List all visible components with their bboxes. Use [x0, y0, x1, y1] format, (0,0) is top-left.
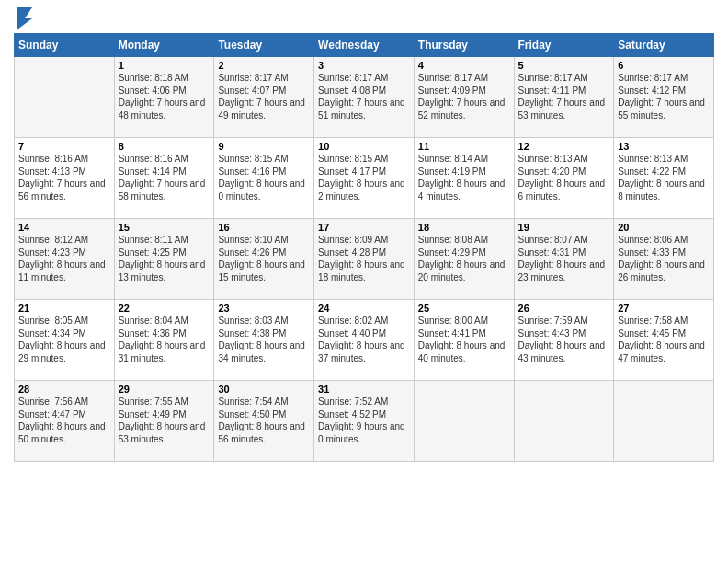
calendar-cell — [414, 381, 514, 462]
day-info: Sunrise: 8:05 AMSunset: 4:34 PMDaylight:… — [18, 315, 110, 364]
col-header-wednesday: Wednesday — [314, 34, 415, 57]
week-row-2: 7Sunrise: 8:16 AMSunset: 4:13 PMDaylight… — [15, 138, 714, 219]
day-info: Sunrise: 8:03 AMSunset: 4:38 PMDaylight:… — [218, 315, 310, 364]
calendar-table: SundayMondayTuesdayWednesdayThursdayFrid… — [14, 33, 714, 462]
logo-icon — [16, 7, 34, 31]
day-number: 26 — [518, 303, 610, 314]
calendar-cell: 29Sunrise: 7:55 AMSunset: 4:49 PMDayligh… — [114, 381, 214, 462]
day-number: 30 — [218, 384, 310, 395]
day-number: 2 — [218, 60, 310, 71]
day-info: Sunrise: 8:09 AMSunset: 4:28 PMDaylight:… — [318, 234, 410, 283]
day-info: Sunrise: 7:58 AMSunset: 4:45 PMDaylight:… — [618, 315, 710, 364]
day-number: 15 — [119, 222, 210, 233]
day-info: Sunrise: 7:55 AMSunset: 4:49 PMDaylight:… — [119, 396, 210, 445]
calendar-cell: 28Sunrise: 7:56 AMSunset: 4:47 PMDayligh… — [15, 381, 115, 462]
calendar-cell: 19Sunrise: 8:07 AMSunset: 4:31 PMDayligh… — [514, 219, 614, 300]
calendar-cell — [514, 381, 614, 462]
week-row-1: 1Sunrise: 8:18 AMSunset: 4:06 PMDaylight… — [15, 57, 714, 138]
day-info: Sunrise: 8:18 AMSunset: 4:06 PMDaylight:… — [119, 72, 210, 121]
day-info: Sunrise: 7:52 AMSunset: 4:52 PMDaylight:… — [318, 396, 410, 445]
day-number: 11 — [418, 141, 510, 152]
day-number: 1 — [119, 60, 210, 71]
calendar-cell: 22Sunrise: 8:04 AMSunset: 4:36 PMDayligh… — [114, 300, 214, 381]
day-number: 21 — [18, 303, 110, 314]
day-number: 14 — [18, 222, 110, 233]
col-header-monday: Monday — [114, 34, 214, 57]
page: SundayMondayTuesdayWednesdayThursdayFrid… — [0, 0, 728, 563]
day-number: 17 — [318, 222, 410, 233]
day-info: Sunrise: 8:12 AMSunset: 4:23 PMDaylight:… — [18, 234, 110, 283]
day-info: Sunrise: 8:08 AMSunset: 4:29 PMDaylight:… — [418, 234, 510, 283]
calendar-cell — [15, 57, 115, 138]
calendar-cell: 18Sunrise: 8:08 AMSunset: 4:29 PMDayligh… — [414, 219, 514, 300]
week-row-3: 14Sunrise: 8:12 AMSunset: 4:23 PMDayligh… — [15, 219, 714, 300]
day-number: 6 — [618, 60, 710, 71]
calendar-cell: 2Sunrise: 8:17 AMSunset: 4:07 PMDaylight… — [214, 57, 314, 138]
calendar-cell: 17Sunrise: 8:09 AMSunset: 4:28 PMDayligh… — [314, 219, 415, 300]
calendar-cell: 27Sunrise: 7:58 AMSunset: 4:45 PMDayligh… — [614, 300, 714, 381]
svg-marker-0 — [17, 7, 32, 29]
day-number: 16 — [218, 222, 310, 233]
calendar-cell: 24Sunrise: 8:02 AMSunset: 4:40 PMDayligh… — [314, 300, 415, 381]
day-info: Sunrise: 7:59 AMSunset: 4:43 PMDaylight:… — [518, 315, 610, 364]
day-number: 13 — [618, 141, 710, 152]
day-info: Sunrise: 8:15 AMSunset: 4:17 PMDaylight:… — [318, 153, 410, 202]
calendar-cell: 1Sunrise: 8:18 AMSunset: 4:06 PMDaylight… — [114, 57, 214, 138]
col-header-friday: Friday — [514, 34, 614, 57]
calendar-cell: 6Sunrise: 8:17 AMSunset: 4:12 PMDaylight… — [614, 57, 714, 138]
day-info: Sunrise: 8:02 AMSunset: 4:40 PMDaylight:… — [318, 315, 410, 364]
day-info: Sunrise: 8:17 AMSunset: 4:09 PMDaylight:… — [418, 72, 510, 121]
day-info: Sunrise: 7:56 AMSunset: 4:47 PMDaylight:… — [18, 396, 110, 445]
calendar-cell: 7Sunrise: 8:16 AMSunset: 4:13 PMDaylight… — [15, 138, 115, 219]
col-header-saturday: Saturday — [614, 34, 714, 57]
day-number: 8 — [119, 141, 210, 152]
calendar-header-row: SundayMondayTuesdayWednesdayThursdayFrid… — [15, 34, 714, 57]
day-number: 24 — [318, 303, 410, 314]
day-info: Sunrise: 8:11 AMSunset: 4:25 PMDaylight:… — [119, 234, 210, 283]
day-info: Sunrise: 8:06 AMSunset: 4:33 PMDaylight:… — [618, 234, 710, 283]
day-number: 31 — [318, 384, 410, 395]
calendar-cell: 25Sunrise: 8:00 AMSunset: 4:41 PMDayligh… — [414, 300, 514, 381]
day-info: Sunrise: 8:04 AMSunset: 4:36 PMDaylight:… — [119, 315, 210, 364]
day-number: 19 — [518, 222, 610, 233]
day-info: Sunrise: 7:54 AMSunset: 4:50 PMDaylight:… — [218, 396, 310, 445]
col-header-sunday: Sunday — [15, 34, 115, 57]
calendar-cell: 5Sunrise: 8:17 AMSunset: 4:11 PMDaylight… — [514, 57, 614, 138]
calendar-cell — [614, 381, 714, 462]
day-info: Sunrise: 8:07 AMSunset: 4:31 PMDaylight:… — [518, 234, 610, 283]
calendar-cell: 12Sunrise: 8:13 AMSunset: 4:20 PMDayligh… — [514, 138, 614, 219]
day-number: 9 — [218, 141, 310, 152]
day-number: 7 — [18, 141, 110, 152]
calendar-cell: 21Sunrise: 8:05 AMSunset: 4:34 PMDayligh… — [15, 300, 115, 381]
calendar-cell: 9Sunrise: 8:15 AMSunset: 4:16 PMDaylight… — [214, 138, 314, 219]
day-info: Sunrise: 8:15 AMSunset: 4:16 PMDaylight:… — [218, 153, 310, 202]
calendar-cell: 13Sunrise: 8:13 AMSunset: 4:22 PMDayligh… — [614, 138, 714, 219]
col-header-thursday: Thursday — [414, 34, 514, 57]
week-row-4: 21Sunrise: 8:05 AMSunset: 4:34 PMDayligh… — [15, 300, 714, 381]
calendar-cell: 10Sunrise: 8:15 AMSunset: 4:17 PMDayligh… — [314, 138, 415, 219]
day-number: 27 — [618, 303, 710, 314]
calendar-cell: 26Sunrise: 7:59 AMSunset: 4:43 PMDayligh… — [514, 300, 614, 381]
calendar-cell: 30Sunrise: 7:54 AMSunset: 4:50 PMDayligh… — [214, 381, 314, 462]
day-info: Sunrise: 8:10 AMSunset: 4:26 PMDaylight:… — [218, 234, 310, 283]
day-number: 5 — [518, 60, 610, 71]
calendar-cell: 3Sunrise: 8:17 AMSunset: 4:08 PMDaylight… — [314, 57, 415, 138]
week-row-5: 28Sunrise: 7:56 AMSunset: 4:47 PMDayligh… — [15, 381, 714, 462]
day-info: Sunrise: 8:17 AMSunset: 4:12 PMDaylight:… — [618, 72, 710, 121]
calendar-cell: 15Sunrise: 8:11 AMSunset: 4:25 PMDayligh… — [114, 219, 214, 300]
calendar-cell: 14Sunrise: 8:12 AMSunset: 4:23 PMDayligh… — [15, 219, 115, 300]
calendar-cell: 20Sunrise: 8:06 AMSunset: 4:33 PMDayligh… — [614, 219, 714, 300]
day-number: 25 — [418, 303, 510, 314]
day-info: Sunrise: 8:14 AMSunset: 4:19 PMDaylight:… — [418, 153, 510, 202]
day-info: Sunrise: 8:17 AMSunset: 4:11 PMDaylight:… — [518, 72, 610, 121]
day-number: 3 — [318, 60, 410, 71]
day-info: Sunrise: 8:17 AMSunset: 4:07 PMDaylight:… — [218, 72, 310, 121]
day-number: 20 — [618, 222, 710, 233]
calendar-cell: 31Sunrise: 7:52 AMSunset: 4:52 PMDayligh… — [314, 381, 415, 462]
day-number: 28 — [18, 384, 110, 395]
calendar-cell: 8Sunrise: 8:16 AMSunset: 4:14 PMDaylight… — [114, 138, 214, 219]
calendar-cell: 23Sunrise: 8:03 AMSunset: 4:38 PMDayligh… — [214, 300, 314, 381]
day-number: 23 — [218, 303, 310, 314]
calendar-cell: 11Sunrise: 8:14 AMSunset: 4:19 PMDayligh… — [414, 138, 514, 219]
logo — [14, 9, 34, 29]
